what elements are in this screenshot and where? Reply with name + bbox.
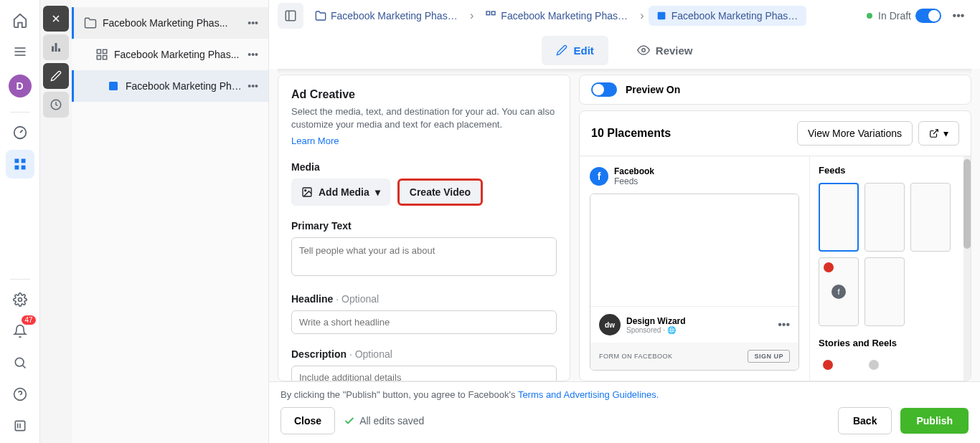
facebook-icon: f bbox=[590, 167, 608, 186]
svg-rect-6 bbox=[14, 166, 19, 170]
svg-point-8 bbox=[18, 298, 22, 302]
facebook-icon: f bbox=[831, 285, 846, 299]
status-badge: In Draft bbox=[867, 10, 911, 22]
media-label: Media bbox=[291, 161, 557, 173]
more-icon[interactable]: ••• bbox=[245, 14, 261, 32]
svg-point-9 bbox=[15, 358, 24, 366]
chart-bar-icon[interactable] bbox=[43, 34, 69, 60]
button-label: Add Media bbox=[319, 186, 369, 198]
status-dot-icon bbox=[867, 13, 872, 19]
more-icon[interactable]: ••• bbox=[946, 3, 971, 29]
svg-rect-29 bbox=[486, 11, 490, 15]
preview-toggle[interactable] bbox=[591, 82, 617, 97]
publish-button[interactable]: Publish bbox=[900, 408, 969, 434]
gear-icon[interactable] bbox=[6, 285, 34, 314]
close-button[interactable]: Close bbox=[281, 407, 335, 434]
svg-rect-22 bbox=[97, 49, 100, 53]
icon bbox=[869, 360, 879, 370]
expand-button[interactable]: ▾ bbox=[918, 121, 959, 146]
headline-input[interactable] bbox=[291, 310, 557, 334]
more-icon[interactable]: ••• bbox=[245, 77, 261, 95]
platform-name: Facebook bbox=[614, 166, 654, 176]
placement-thumb[interactable] bbox=[864, 356, 905, 370]
tab-review[interactable]: Review bbox=[623, 35, 707, 65]
placement-thumb[interactable]: f bbox=[819, 257, 859, 326]
advertiser-name: Design Wizard bbox=[626, 316, 772, 326]
tree-item-adset[interactable]: Facebook Marketing Phas... ••• bbox=[72, 39, 268, 70]
create-video-button[interactable]: Create Video bbox=[397, 178, 483, 206]
placement-thumb[interactable] bbox=[819, 183, 859, 252]
thumb-section-stories: Stories and Reels bbox=[819, 338, 955, 348]
gauge-icon[interactable] bbox=[6, 118, 34, 147]
signup-button[interactable]: SIGN UP bbox=[748, 350, 790, 363]
back-button[interactable]: Back bbox=[838, 407, 892, 434]
more-icon[interactable]: ••• bbox=[778, 318, 790, 331]
chevron-down-icon: ▾ bbox=[943, 128, 948, 139]
folder-icon bbox=[84, 16, 97, 29]
footer-disclaimer: By clicking the "Publish" button, you ag… bbox=[281, 389, 969, 400]
ad-icon bbox=[656, 10, 667, 22]
clock-icon[interactable] bbox=[43, 92, 69, 118]
external-link-icon bbox=[929, 128, 939, 138]
preview-label: Preview On bbox=[626, 84, 680, 95]
description-input[interactable] bbox=[291, 366, 557, 381]
bell-icon[interactable] bbox=[6, 317, 34, 346]
breadcrumb-label: Facebook Marketing Phase ... bbox=[331, 10, 458, 22]
ad-icon bbox=[107, 80, 120, 92]
report-icon[interactable] bbox=[6, 411, 34, 440]
learn-more-link[interactable]: Learn More bbox=[291, 135, 339, 146]
scrollbar[interactable] bbox=[963, 156, 971, 381]
home-icon[interactable] bbox=[6, 6, 34, 34]
button-label: Create Video bbox=[410, 186, 471, 198]
adset-icon bbox=[95, 48, 108, 61]
folder-icon bbox=[315, 10, 326, 22]
search-icon[interactable] bbox=[6, 348, 34, 377]
error-icon bbox=[823, 360, 833, 370]
pencil-icon[interactable] bbox=[43, 63, 69, 89]
section-description: Select the media, text, and destination … bbox=[291, 105, 557, 131]
breadcrumb-ad[interactable]: Facebook Marketing Phase ... bbox=[649, 6, 806, 26]
tree-item-ad[interactable]: Facebook Marketing Pha... ••• bbox=[72, 70, 268, 102]
surface-name: Feeds bbox=[614, 176, 654, 186]
tree-item-campaign[interactable]: Facebook Marketing Phas... ••• bbox=[72, 7, 268, 39]
breadcrumb-campaign[interactable]: Facebook Marketing Phase ... bbox=[308, 6, 466, 26]
thumb-section-feeds: Feeds bbox=[819, 165, 955, 176]
primary-text-input[interactable] bbox=[291, 237, 557, 276]
terms-link[interactable]: Terms and Advertising Guidelines. bbox=[518, 389, 659, 400]
tree-item-label: Facebook Marketing Pha... bbox=[126, 80, 245, 92]
avatar[interactable]: D bbox=[9, 75, 32, 97]
advertiser-avatar: dw bbox=[599, 314, 621, 335]
image-icon bbox=[301, 186, 313, 198]
view-more-button[interactable]: View More Variations bbox=[797, 121, 913, 146]
placement-thumb[interactable] bbox=[910, 183, 951, 252]
ad-creative-card: Ad Creative Select the media, text, and … bbox=[278, 75, 570, 381]
add-media-button[interactable]: Add Media ▾ bbox=[291, 178, 390, 206]
grid-icon[interactable] bbox=[6, 150, 34, 178]
svg-rect-25 bbox=[103, 56, 107, 59]
placement-thumb[interactable] bbox=[864, 257, 905, 326]
more-icon[interactable]: ••• bbox=[245, 46, 261, 63]
svg-rect-24 bbox=[97, 56, 100, 59]
preview-toggle-bar: Preview On bbox=[579, 75, 971, 105]
svg-rect-7 bbox=[21, 166, 25, 170]
placement-thumb[interactable] bbox=[864, 183, 905, 252]
panel-toggle-icon[interactable] bbox=[278, 3, 303, 29]
form-text: FORM ON FACEBOOK bbox=[599, 353, 673, 360]
tab-edit[interactable]: Edit bbox=[542, 36, 608, 65]
help-icon[interactable] bbox=[6, 380, 34, 409]
chevron-down-icon: ▾ bbox=[375, 186, 380, 198]
placement-thumb[interactable] bbox=[819, 356, 859, 370]
active-toggle[interactable] bbox=[915, 9, 941, 23]
error-icon bbox=[824, 262, 834, 272]
menu-icon[interactable] bbox=[6, 37, 34, 66]
svg-rect-20 bbox=[58, 49, 60, 52]
description-label: Description · Optional bbox=[291, 348, 557, 360]
svg-point-35 bbox=[305, 190, 306, 191]
tree-item-label: Facebook Marketing Phas... bbox=[114, 49, 245, 60]
close-icon[interactable] bbox=[43, 6, 69, 32]
svg-point-33 bbox=[642, 49, 646, 52]
breadcrumb-adset[interactable]: <;"/ŕect x="14" y="14" width="7" height=… bbox=[478, 6, 636, 26]
save-status: All edits saved bbox=[344, 415, 424, 427]
chevron-right-icon: › bbox=[470, 9, 473, 22]
section-title: Ad Creative bbox=[291, 88, 557, 101]
